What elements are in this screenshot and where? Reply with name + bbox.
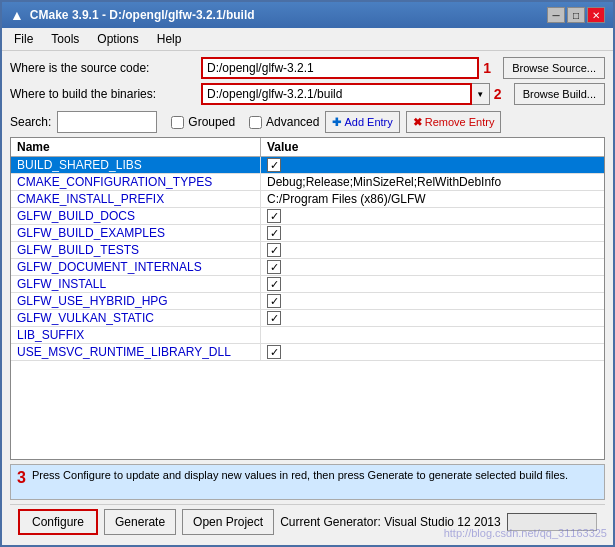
row-name: GLFW_BUILD_TESTS [11, 242, 261, 258]
title-bar: ▲ CMake 3.9.1 - D:/opengl/glfw-3.2.1/bui… [2, 2, 613, 28]
app-icon: ▲ [10, 7, 24, 23]
title-bar-left: ▲ CMake 3.9.1 - D:/opengl/glfw-3.2.1/bui… [10, 7, 255, 23]
close-button[interactable]: ✕ [587, 7, 605, 23]
add-entry-label: Add Entry [344, 116, 392, 128]
row-name: GLFW_USE_HYBRID_HPG [11, 293, 261, 309]
build-label: Where to build the binaries: [10, 87, 195, 101]
maximize-button[interactable]: □ [567, 7, 585, 23]
row-name: BUILD_SHARED_LIBS [11, 157, 261, 173]
checkbox-icon: ✓ [267, 345, 281, 359]
build-input-wrapper: ▼ 2 [201, 83, 508, 105]
remove-icon: ✖ [413, 116, 422, 129]
table-row[interactable]: GLFW_BUILD_TESTS ✓ [11, 242, 604, 259]
build-number: 2 [494, 86, 508, 102]
open-project-button[interactable]: Open Project [182, 509, 274, 535]
watermark: http://blog.csdn.net/qq_31163325 [444, 527, 607, 539]
window-title: CMake 3.9.1 - D:/opengl/glfw-3.2.1/build [30, 8, 255, 22]
table-row[interactable]: LIB_SUFFIX [11, 327, 604, 344]
menu-bar: File Tools Options Help [2, 28, 613, 51]
advanced-checkbox[interactable] [249, 116, 262, 129]
checkbox-icon: ✓ [267, 226, 281, 240]
source-number: 1 [483, 60, 497, 76]
table-row[interactable]: GLFW_BUILD_DOCS ✓ [11, 208, 604, 225]
content-area: Where is the source code: 1 Browse Sourc… [2, 51, 613, 545]
col-value-header: Value [261, 138, 604, 156]
table-row[interactable]: GLFW_INSTALL ✓ [11, 276, 604, 293]
checkbox-icon: ✓ [267, 277, 281, 291]
checkbox-icon: ✓ [267, 294, 281, 308]
build-input[interactable] [201, 83, 472, 105]
table-row[interactable]: BUILD_SHARED_LIBS ✓ [11, 157, 604, 174]
table-row[interactable]: GLFW_USE_HYBRID_HPG ✓ [11, 293, 604, 310]
row-value: ✓ [261, 310, 604, 326]
row-name: USE_MSVC_RUNTIME_LIBRARY_DLL [11, 344, 261, 360]
checkbox-icon: ✓ [267, 209, 281, 223]
search-input[interactable] [57, 111, 157, 133]
configure-button[interactable]: Configure [18, 509, 98, 535]
row-name: GLFW_INSTALL [11, 276, 261, 292]
grouped-check-group: Grouped [171, 115, 235, 129]
build-dropdown-arrow[interactable]: ▼ [472, 83, 490, 105]
add-entry-button[interactable]: ✚ Add Entry [325, 111, 399, 133]
table-row[interactable]: GLFW_BUILD_EXAMPLES ✓ [11, 225, 604, 242]
menu-options[interactable]: Options [89, 30, 146, 48]
row-name: CMAKE_CONFIGURATION_TYPES [11, 174, 261, 190]
table-row[interactable]: GLFW_VULKAN_STATIC ✓ [11, 310, 604, 327]
remove-entry-label: Remove Entry [425, 116, 495, 128]
status-text: Press Configure to update and display ne… [32, 469, 568, 481]
menu-help[interactable]: Help [149, 30, 190, 48]
row-value: ✓ [261, 276, 604, 292]
row-name: GLFW_DOCUMENT_INTERNALS [11, 259, 261, 275]
row-name: GLFW_BUILD_DOCS [11, 208, 261, 224]
build-combo: ▼ [201, 83, 490, 105]
row-name: CMAKE_INSTALL_PREFIX [11, 191, 261, 207]
menu-tools[interactable]: Tools [43, 30, 87, 48]
advanced-label: Advanced [266, 115, 319, 129]
source-label: Where is the source code: [10, 61, 195, 75]
table-header: Name Value [11, 138, 604, 157]
table-row[interactable]: USE_MSVC_RUNTIME_LIBRARY_DLL ✓ [11, 344, 604, 361]
main-window: ▲ CMake 3.9.1 - D:/opengl/glfw-3.2.1/bui… [0, 0, 615, 547]
grouped-checkbox[interactable] [171, 116, 184, 129]
checkbox-icon: ✓ [267, 243, 281, 257]
grouped-label: Grouped [188, 115, 235, 129]
row-name: GLFW_BUILD_EXAMPLES [11, 225, 261, 241]
row-value: ✓ [261, 225, 604, 241]
generate-button[interactable]: Generate [104, 509, 176, 535]
browse-source-button[interactable]: Browse Source... [503, 57, 605, 79]
table-row[interactable]: GLFW_DOCUMENT_INTERNALS ✓ [11, 259, 604, 276]
table-row[interactable]: CMAKE_INSTALL_PREFIX C:/Program Files (x… [11, 191, 604, 208]
row-value: ✓ [261, 242, 604, 258]
col-name-header: Name [11, 138, 261, 156]
add-icon: ✚ [332, 116, 341, 129]
title-controls: ─ □ ✕ [547, 7, 605, 23]
menu-file[interactable]: File [6, 30, 41, 48]
row-value: Debug;Release;MinSizeRel;RelWithDebInfo [261, 174, 604, 190]
build-row: Where to build the binaries: ▼ 2 Browse … [10, 83, 605, 105]
checkbox-icon: ✓ [267, 260, 281, 274]
source-row: Where is the source code: 1 Browse Sourc… [10, 57, 605, 79]
remove-entry-button[interactable]: ✖ Remove Entry [406, 111, 502, 133]
row-value: ✓ [261, 157, 604, 173]
search-row: Search: Grouped Advanced ✚ Add Entry ✖ R… [10, 111, 605, 133]
status-number: 3 [17, 469, 26, 487]
row-value: ✓ [261, 344, 604, 360]
row-name: LIB_SUFFIX [11, 327, 261, 343]
source-input-wrapper: 1 [201, 57, 497, 79]
row-value: ✓ [261, 259, 604, 275]
table-row[interactable]: CMAKE_CONFIGURATION_TYPES Debug;Release;… [11, 174, 604, 191]
row-value: ✓ [261, 208, 604, 224]
search-label: Search: [10, 115, 51, 129]
checkbox-icon: ✓ [267, 311, 281, 325]
status-area: 3 Press Configure to update and display … [10, 464, 605, 500]
row-value: ✓ [261, 293, 604, 309]
checkbox-icon: ✓ [267, 158, 281, 172]
advanced-check-group: Advanced [249, 115, 319, 129]
cmake-table[interactable]: Name Value BUILD_SHARED_LIBS ✓ CMAKE_CON… [10, 137, 605, 460]
browse-build-button[interactable]: Browse Build... [514, 83, 605, 105]
source-input[interactable] [201, 57, 479, 79]
minimize-button[interactable]: ─ [547, 7, 565, 23]
row-value [261, 327, 604, 343]
row-value: C:/Program Files (x86)/GLFW [261, 191, 604, 207]
row-name: GLFW_VULKAN_STATIC [11, 310, 261, 326]
